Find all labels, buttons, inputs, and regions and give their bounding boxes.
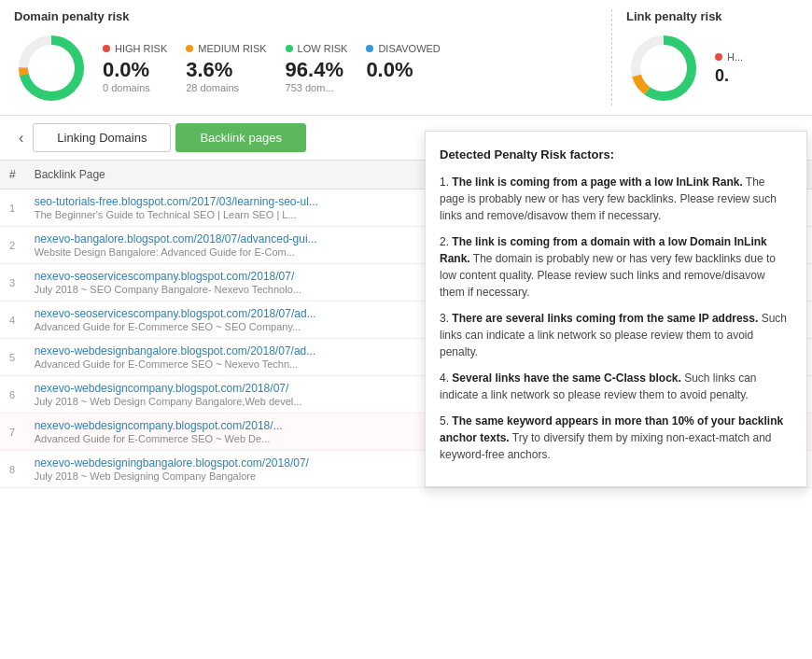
low-risk-stat: LOW RISK 96.4% 753 dom...: [286, 43, 348, 93]
disavowed-value: 0.0%: [366, 58, 440, 82]
row-sub: July 2018 ~ Web Design Company Bangalore…: [35, 396, 438, 407]
popup-item-5: 5. The same keyword appears in more than…: [440, 413, 792, 463]
row-num: 2: [0, 227, 25, 264]
link-legend-stats: H... 0.: [715, 51, 743, 86]
row-sub: Advanced Guide for E-Commerce SEO ~ Nexe…: [35, 358, 438, 370]
link-risk-panel: Link penalty risk H... 0.: [611, 9, 798, 105]
high-risk-sub: 0 domains: [103, 82, 167, 93]
disavowed-stat: DISAVOWED 0.0%: [366, 43, 440, 93]
low-risk-dot: [286, 45, 293, 52]
row-url-cell: nexevo-bangalore.blogspot.com/2018/07/ad…: [25, 227, 447, 264]
high-risk-stat: HIGH RISK 0.0% 0 domains: [103, 43, 167, 93]
row-8-url-cell: nexevo-webdesigningbangalore.blogspot.co…: [25, 451, 447, 488]
high-risk-dot: [103, 45, 110, 52]
domain-risk-panel: Domain penalty risk: [14, 9, 611, 105]
medium-risk-value: 3.6%: [186, 58, 266, 82]
link-risk-content: H... 0.: [626, 31, 798, 105]
nav-left-arrow[interactable]: ‹: [14, 130, 28, 147]
row-sub: The Beginner's Guide to Technical SEO | …: [35, 209, 438, 220]
row-num: 6: [0, 376, 25, 414]
low-risk-value: 96.4%: [286, 58, 348, 82]
row-url-cell: nexevo-seoservicescompany.blogspot.com/2…: [25, 264, 447, 301]
link-high-risk-value: 0.: [715, 66, 743, 86]
main-container: Domain penalty risk: [0, 0, 812, 659]
row-url[interactable]: nexevo-webdesignbangalore.blogspot.com/2…: [35, 344, 316, 358]
link-high-risk-stat: H... 0.: [715, 51, 743, 86]
row-url-cell: nexevo-webdesigncompany.blogspot.com/201…: [25, 376, 447, 414]
tab-linking-domains[interactable]: Linking Domains: [33, 123, 171, 152]
row-sub: Website Design Bangalore: Advanced Guide…: [35, 246, 438, 258]
popup-title: Detected Penalty Risk factors:: [440, 146, 792, 164]
row-url[interactable]: nexevo-bangalore.blogspot.com/2018/07/ad…: [35, 232, 317, 245]
row-url-cell: nexevo-seoservicescompany.blogspot.com/2…: [25, 301, 447, 339]
row-url[interactable]: nexevo-seoservicescompany.blogspot.com/2…: [35, 270, 295, 283]
link-high-risk-label: H...: [727, 51, 743, 63]
row-num: 5: [0, 339, 25, 376]
low-risk-label: LOW RISK: [298, 43, 348, 54]
popup-item-2: 2. The link is coming from a domain with…: [440, 233, 792, 301]
medium-risk-sub: 28 domains: [186, 82, 266, 93]
link-risk-title: Link penalty risk: [626, 9, 798, 23]
col-num: #: [0, 161, 25, 189]
row-url-cell: seo-tutorials-free.blogspot.com/2017/03/…: [25, 189, 447, 227]
row-7-url-cell: nexevo-webdesigncompany.blogspot.com/201…: [25, 414, 447, 451]
col-backlink-page: Backlink Page: [25, 161, 447, 189]
high-risk-label: HIGH RISK: [115, 43, 167, 54]
row-url[interactable]: seo-tutorials-free.blogspot.com/2017/03/…: [35, 195, 318, 208]
row-sub: Advanced Guide for E-Commerce SEO ~ SEO …: [35, 321, 438, 332]
domain-risk-content: HIGH RISK 0.0% 0 domains MEDIUM RISK 3.6…: [14, 31, 611, 105]
popup-item-3: 3. There are several links coming from t…: [440, 310, 792, 360]
legend-stats: HIGH RISK 0.0% 0 domains MEDIUM RISK 3.6…: [103, 43, 441, 93]
link-donut-chart: [626, 31, 701, 105]
disavowed-dot: [366, 45, 373, 52]
row-7-num: 7: [0, 414, 25, 451]
medium-risk-dot: [186, 45, 193, 52]
high-risk-value: 0.0%: [103, 58, 167, 82]
low-risk-sub: 753 dom...: [286, 82, 348, 93]
medium-risk-label: MEDIUM RISK: [198, 43, 266, 54]
popup-item-1: 1. The link is coming from a page with a…: [440, 174, 792, 224]
row-7-url[interactable]: nexevo-webdesigncompany.blogspot.com/201…: [35, 419, 283, 432]
row-num: 1: [0, 189, 25, 227]
row-num: 4: [0, 301, 25, 339]
disavowed-label: DISAVOWED: [378, 43, 440, 54]
top-section: Domain penalty risk: [0, 0, 812, 116]
popup-item-4: 4. Several links have the same C-Class b…: [440, 370, 792, 403]
popup-items: 1. The link is coming from a page with a…: [440, 174, 792, 463]
row-7-sub: Advanced Guide for E-Commerce SEO ~ Web …: [35, 433, 438, 444]
row-8-sub: July 2018 ~ Web Designing Company Bangal…: [35, 470, 438, 482]
medium-risk-stat: MEDIUM RISK 3.6% 28 domains: [186, 43, 266, 93]
row-url-cell: nexevo-webdesignbangalore.blogspot.com/2…: [25, 339, 447, 376]
penalty-popup: Detected Penalty Risk factors: 1. The li…: [425, 131, 807, 487]
tab-backlink-pages[interactable]: Backlink pages: [175, 123, 305, 152]
row-8-num: 8: [0, 451, 25, 488]
row-8-url[interactable]: nexevo-webdesigningbangalore.blogspot.co…: [35, 456, 309, 470]
domain-donut-chart: [14, 31, 89, 105]
row-url[interactable]: nexevo-seoservicescompany.blogspot.com/2…: [35, 307, 316, 320]
domain-risk-title: Domain penalty risk: [14, 9, 611, 23]
row-sub: July 2018 ~ SEO Company Bangalore- Nexev…: [35, 284, 438, 295]
row-url[interactable]: nexevo-webdesigncompany.blogspot.com/201…: [35, 382, 289, 395]
link-high-risk-dot: [715, 53, 722, 61]
row-num: 3: [0, 264, 25, 301]
